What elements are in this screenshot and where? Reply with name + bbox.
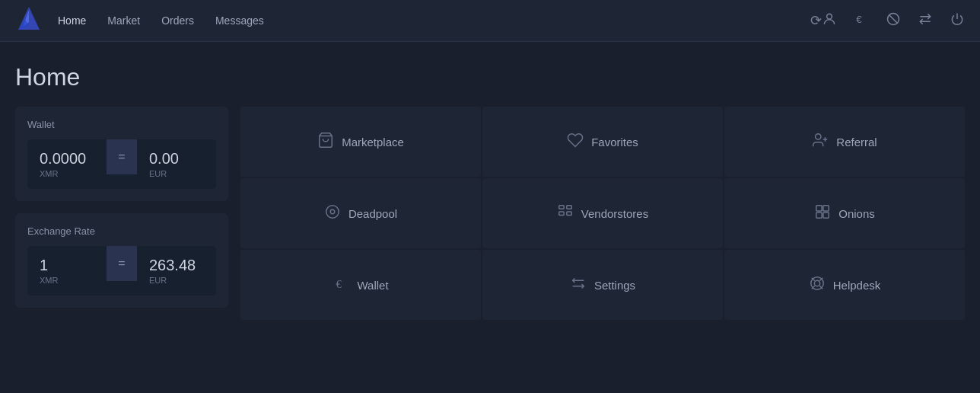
favorites-label: Favorites <box>591 136 638 149</box>
logo <box>15 5 58 36</box>
grid-helpdesk[interactable]: Helpdesk <box>724 250 965 320</box>
grid-wallet[interactable]: € Wallet <box>240 250 481 320</box>
nav-refresh[interactable]: ⟳ <box>810 12 822 29</box>
wallet-grid-label: Wallet <box>357 279 388 292</box>
xmr-label: XMR <box>40 169 94 178</box>
equals-button[interactable]: = <box>107 139 137 174</box>
nav-home[interactable]: Home <box>58 14 86 27</box>
exchange-xmr: 1 XMR <box>27 246 107 296</box>
exchange-title: Exchange Rate <box>27 225 216 237</box>
settings-label: Settings <box>594 279 635 292</box>
nav-market[interactable]: Market <box>107 14 140 27</box>
nav-messages[interactable]: Messages <box>215 14 264 27</box>
marketplace-label: Marketplace <box>342 136 404 149</box>
wallet-balance: 0.0000 XMR = 0.00 EUR <box>27 139 216 189</box>
exchange-eur-label: EUR <box>149 276 204 285</box>
helpdesk-icon <box>809 275 826 296</box>
grid-settings[interactable]: Settings <box>482 250 723 320</box>
svg-point-23 <box>814 280 819 286</box>
svg-point-3 <box>827 14 832 19</box>
user-icon[interactable] <box>822 11 837 30</box>
exchange-eur: 263.48 EUR <box>137 246 216 296</box>
svg-rect-19 <box>816 212 822 217</box>
nav-orders[interactable]: Orders <box>161 14 194 27</box>
nav-right-icons: € <box>822 11 965 30</box>
wallet-icon: € <box>332 275 349 296</box>
grid-favorites[interactable]: Favorites <box>482 107 723 177</box>
marketplace-icon <box>317 132 334 152</box>
svg-rect-15 <box>559 212 564 216</box>
svg-point-8 <box>816 133 821 139</box>
quick-access-grid: Marketplace Favorites Referral <box>240 107 965 320</box>
exchange-xmr-label: XMR <box>40 276 94 285</box>
svg-point-12 <box>330 209 335 214</box>
page-title: Home <box>0 42 980 107</box>
svg-text:€: € <box>856 14 862 25</box>
xmr-amount: 0.0000 <box>40 150 94 168</box>
euro-icon[interactable]: € <box>854 11 869 30</box>
navbar: Home Market Orders Messages ⟳ € <box>0 0 980 42</box>
exchange-card: Exchange Rate 1 XMR = 263.48 EUR <box>15 213 228 308</box>
eur-amount: 0.00 <box>149 150 204 168</box>
svg-rect-14 <box>567 205 571 209</box>
favorites-icon <box>567 132 584 152</box>
svg-rect-13 <box>559 205 564 209</box>
deadpool-label: Deadpool <box>348 207 397 220</box>
exchange-balance: 1 XMR = 263.48 EUR <box>27 246 216 296</box>
power-icon[interactable] <box>950 11 965 30</box>
grid-marketplace[interactable]: Marketplace <box>240 107 481 177</box>
refresh-icon: ⟳ <box>810 12 822 29</box>
exchange-equals-button[interactable]: = <box>107 246 137 281</box>
svg-rect-16 <box>567 212 571 216</box>
svg-rect-20 <box>823 212 829 217</box>
wallet-title: Wallet <box>27 119 216 130</box>
main-content: Wallet 0.0000 XMR = 0.00 EUR Exchange Ra… <box>0 107 980 335</box>
onions-label: Onions <box>838 207 875 220</box>
referral-icon <box>812 132 829 152</box>
settings-icon <box>570 275 587 296</box>
svg-point-11 <box>326 205 339 218</box>
deadpool-icon <box>324 203 341 224</box>
nav-links: Home Market Orders Messages <box>58 14 810 27</box>
onions-icon <box>814 203 831 224</box>
grid-referral[interactable]: Referral <box>724 107 965 177</box>
left-panel: Wallet 0.0000 XMR = 0.00 EUR Exchange Ra… <box>15 107 228 320</box>
svg-rect-17 <box>816 205 822 210</box>
exchange-xmr-amount: 1 <box>40 257 94 274</box>
vendorstores-icon <box>557 203 574 224</box>
eur-balance: 0.00 EUR <box>137 139 216 189</box>
referral-label: Referral <box>836 136 877 149</box>
vendorstores-label: Vendorstores <box>581 207 648 220</box>
grid-onions[interactable]: Onions <box>724 178 965 248</box>
svg-text:€: € <box>336 277 342 289</box>
swap-icon[interactable] <box>918 11 933 30</box>
eur-label: EUR <box>149 169 204 178</box>
xmr-balance: 0.0000 XMR <box>27 139 107 189</box>
svg-rect-18 <box>823 205 829 210</box>
grid-vendorstores[interactable]: Vendorstores <box>482 178 723 248</box>
wallet-card: Wallet 0.0000 XMR = 0.00 EUR <box>15 107 228 201</box>
grid-deadpool[interactable]: Deadpool <box>240 178 481 248</box>
exchange-eur-amount: 263.48 <box>149 257 204 274</box>
svg-line-6 <box>889 14 898 24</box>
helpdesk-label: Helpdesk <box>833 279 881 292</box>
ban-icon[interactable] <box>886 11 901 30</box>
